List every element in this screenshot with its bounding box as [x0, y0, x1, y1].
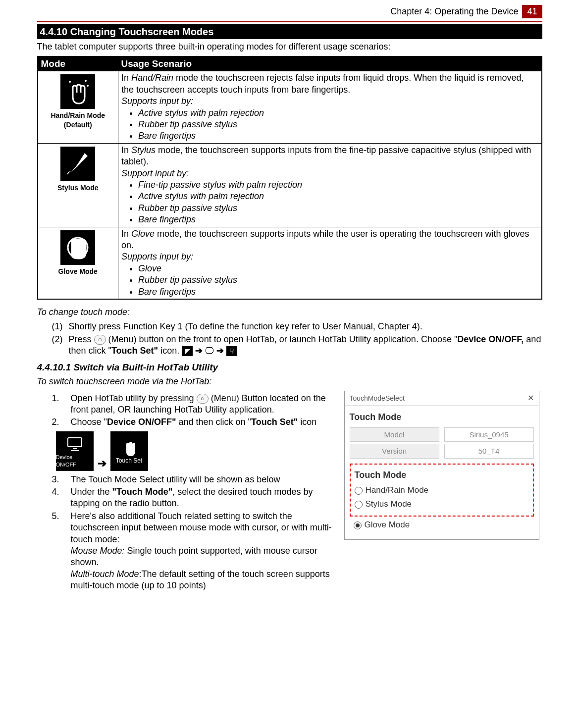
modes-table: Mode Usage Scenario Hand/Rain Mode (Defa… [37, 56, 542, 300]
svg-point-1 [85, 80, 87, 82]
menu-button-icon: ⌂ [94, 335, 106, 345]
highlight-box: Touch Mode Hand/Rain Mode Stylus Mode [350, 464, 534, 517]
numstep-4: 4. Under the "Touch Mode", select the de… [52, 486, 334, 510]
bullet-list: Glove Rubber tip passive stylus Bare fin… [121, 263, 538, 298]
close-icon[interactable]: ✕ [527, 393, 534, 404]
stylus-icon [60, 147, 95, 181]
arrow-icon: ➔ [216, 346, 226, 356]
list-item: Bare fingertips [138, 214, 538, 225]
supports-label: Support input by: [121, 168, 189, 178]
menu-button-icon: ⌂ [197, 394, 209, 404]
window-heading: Touch Mode [350, 412, 534, 423]
supports-label: Supports input by: [121, 96, 193, 106]
list-item: Active stylus with palm rejection [138, 107, 538, 119]
mode-label: Stylus Mode [57, 184, 98, 192]
subsection-heading: 4.4.10.1 Switch via Built-in HotTab Util… [37, 362, 542, 374]
section-heading: 4.4.10 Changing Touchscreen Modes [37, 24, 542, 39]
arrow-icon: ➔ [195, 346, 205, 356]
nav-icon: ◤ [182, 346, 193, 356]
touchmodeselect-window: TouchModeSelect ✕ Touch Mode Model Siriu… [344, 391, 539, 540]
numstep-5: 5. Here's also additional Touch related … [52, 511, 334, 592]
numstep-2: 2. Choose "Device ON/OFF" and then click… [52, 416, 334, 428]
touch-set-icon: Touch Set [110, 431, 148, 471]
mode-label: Hand/Rain Mode (Default) [51, 111, 105, 128]
version-label: Version [350, 444, 439, 459]
arrow-icon: ➔ [98, 457, 106, 471]
change-heading: To change touch mode: [37, 307, 542, 318]
list-item: Rubber tip passive stylus [138, 274, 538, 286]
mode-text: In Hand/Rain mode the touchscreen reject… [121, 73, 524, 94]
model-value: Sirius_0945 [444, 427, 534, 442]
header-rule [37, 21, 542, 22]
radio-hand-rain[interactable]: Hand/Rain Mode [355, 485, 529, 496]
col-scenario: Usage Scenario [118, 56, 542, 71]
svg-point-0 [69, 81, 71, 83]
bullet-list: Active stylus with palm rejection Rubber… [121, 107, 538, 142]
table-row: Stylus Mode In Stylus mode, the touchscr… [38, 143, 542, 227]
touch-mode-heading: Touch Mode [355, 469, 529, 481]
monitor-icon: 🖵 [205, 346, 214, 356]
device-onoff-icon: Device ON/OFF [56, 431, 94, 471]
supports-label: Supports input by: [121, 252, 193, 261]
mode-text: In Stylus mode, the touchscreen supports… [121, 145, 531, 166]
radio-glove[interactable]: Glove Mode [350, 520, 534, 530]
list-item: Bare fingertips [138, 286, 538, 298]
hand-rain-icon [60, 74, 95, 109]
window-title: TouchModeSelect [350, 394, 405, 403]
version-value: 50_T4 [444, 444, 534, 459]
touch-icon: ☟ [226, 346, 237, 356]
list-item: Fine-tip passive stylus with palm reject… [138, 179, 538, 191]
hottab-icons: Device ON/OFF ➔ Touch Set [56, 431, 334, 471]
step-1: (1) Shortly press Function Key 1 (To def… [52, 321, 542, 332]
list-item: Rubber tip passive stylus [138, 203, 538, 214]
page-header: Chapter 4: Operating the Device 41 [37, 5, 542, 18]
model-label: Model [350, 427, 439, 442]
svg-point-2 [87, 85, 89, 87]
list-item: Active stylus with palm rejection [138, 191, 538, 202]
numstep-3: 3. The Touch Mode Select utility will be… [52, 474, 334, 485]
page-number: 41 [522, 5, 542, 18]
step-2: (2) Press ⌂ (Menu) button on the front t… [52, 334, 542, 357]
list-item: Rubber tip passive stylus [138, 119, 538, 130]
table-row: Glove Mode In Glove mode, the touchscree… [38, 227, 542, 299]
svg-rect-4 [68, 438, 82, 447]
mode-text: In Glove mode, the touchscreen supports … [121, 229, 529, 250]
section-intro: The tablet computer supports three built… [37, 41, 542, 52]
chapter-title: Chapter 4: Operating the Device [390, 6, 518, 17]
table-row: Hand/Rain Mode (Default) In Hand/Rain mo… [38, 71, 542, 143]
mode-label: Glove Mode [58, 267, 98, 275]
list-item: Glove [138, 263, 538, 274]
radio-stylus[interactable]: Stylus Mode [355, 499, 529, 510]
glove-icon [60, 230, 95, 265]
subsection-intro: To switch touchscreen mode via the HotTa… [37, 376, 542, 387]
numstep-1: 1. Open HotTab utility by pressing ⌂ (Me… [52, 393, 334, 416]
col-mode: Mode [38, 56, 118, 71]
list-item: Bare fingertips [138, 130, 538, 142]
bullet-list: Fine-tip passive stylus with palm reject… [121, 179, 538, 226]
